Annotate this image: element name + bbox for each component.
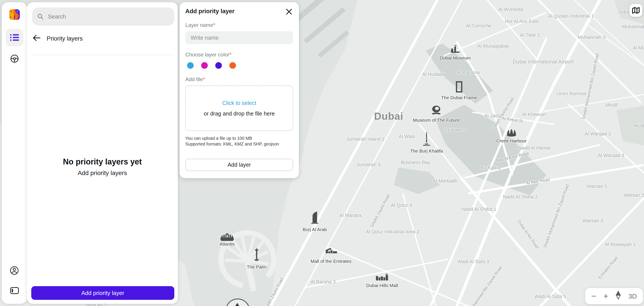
formats-note: Supported formats: KML, KMZ and SHP, geo… <box>185 141 293 147</box>
toggle-3d-button[interactable]: 3D <box>626 292 638 300</box>
map-area-label: Muhaisnah <box>622 24 644 29</box>
layer-name-label: Layer name* <box>185 22 293 28</box>
map-area-label: Warsan 1 <box>586 183 607 189</box>
map-area-label: Al Wasl <box>398 134 415 139</box>
city-label: Dubai <box>374 110 404 122</box>
add-file-label: Add file* <box>185 76 293 82</box>
map-road-label: Sheikh Zayed Road <box>369 193 391 228</box>
map-area-label: Wadi Al Safa 5 <box>534 294 566 299</box>
rail-bottom <box>6 261 23 299</box>
map-area-label: Za'abeel 2 <box>444 127 466 132</box>
user-circle-icon <box>10 266 19 275</box>
map-area-label: Al Muraqqabat <box>477 43 509 49</box>
map-area-label: Nadd Al Shiba 1 <box>462 206 496 212</box>
empty-state-title: No priority layers yet <box>27 158 178 167</box>
back-button[interactable] <box>33 35 40 42</box>
color-swatch-2[interactable] <box>201 62 208 69</box>
file-dropzone[interactable]: Click to select or drag and drop the fil… <box>185 86 293 131</box>
search-box[interactable] <box>32 8 174 26</box>
app-window: Al WuheidaHor Al Anz EastAl Qusais Indus… <box>0 0 644 306</box>
sidebar-toggle-icon <box>10 287 19 294</box>
map-area-label: Al Kheeran <box>522 111 546 117</box>
landmark-label: Dubai Hills Mall <box>366 283 398 288</box>
layer-name-input[interactable] <box>185 31 293 44</box>
map-area-label: Hor Al Anz East <box>505 19 538 24</box>
landmark-label: Mall of the Emirates <box>310 258 352 264</box>
map-area-label: Al Corniche <box>466 23 491 28</box>
road-line <box>452 176 511 306</box>
landmark-icon-fort <box>450 45 460 55</box>
landmark-label: The Burj Khalifa <box>410 148 443 154</box>
steering-wheel-icon <box>10 54 19 63</box>
panel-title: Priority layers <box>47 35 83 42</box>
map-area-label: Dubai International Airport <box>512 59 574 65</box>
map-fold-icon <box>632 7 640 14</box>
click-to-select-link[interactable]: Click to select <box>222 100 256 106</box>
map-area-label: Mushrif <box>634 123 644 128</box>
map-area-label: Muhaisnah 3 <box>578 34 606 40</box>
map-area-label: Al Rowaiyah 1 <box>605 242 636 247</box>
map-area-label: Jumeirah 3 <box>356 162 380 167</box>
required-asterisk: * <box>229 52 231 58</box>
size-note: You can upload a file up to 100 MB <box>185 135 293 141</box>
modal-title: Add priority layer <box>185 8 293 15</box>
arrow-left-icon <box>33 35 40 41</box>
app-logo[interactable] <box>9 9 20 20</box>
zoom-out-button[interactable]: − <box>590 291 598 301</box>
search-input[interactable] <box>47 13 169 20</box>
map-area-label: Al Qouz 4 <box>391 202 412 208</box>
map-area-label: Al Twar 1 <box>520 32 540 38</box>
color-swatch-4[interactable] <box>229 62 236 69</box>
map-style-button[interactable] <box>630 4 642 17</box>
road-line <box>402 193 436 306</box>
priority-layers-panel: Priority layers No priority layers yet A… <box>27 2 178 304</box>
zoom-in-button[interactable]: + <box>602 291 610 301</box>
rail-nav <box>6 29 23 67</box>
add-layer-modal: Add priority layer Layer name* Choose la… <box>180 2 299 178</box>
map-area-label: Al Wuheida <box>498 7 523 12</box>
close-icon <box>286 9 292 15</box>
landmark-label: Burj Al Arab <box>303 227 327 232</box>
landmark-icon-needle <box>422 132 430 148</box>
required-asterisk: * <box>213 22 215 28</box>
map-area-label: Nadd Al Shiba 2 <box>503 194 538 199</box>
map-area-label: Bu Kadra <box>480 165 500 170</box>
empty-state: No priority layers yet Add priority laye… <box>27 158 178 176</box>
map-area-label: Warsan 4 <box>582 218 603 223</box>
map-area-label: Al Barsha 3 <box>310 279 336 284</box>
panel-header: Priority layers <box>33 35 83 42</box>
add-priority-layer-button[interactable]: Add priority layer <box>31 286 174 300</box>
map-road-label: Sheikh Mohammed Bin Zayed Road <box>460 265 503 306</box>
landmark-icon-mall2 <box>376 273 388 282</box>
color-swatch-3[interactable] <box>215 62 222 69</box>
map-area-label: Al Warqaa 2 <box>584 131 611 136</box>
map-area-label: Business Bay <box>401 160 430 165</box>
add-layer-submit-button[interactable]: Add layer <box>185 159 293 171</box>
landmark-label: Atlantis <box>220 241 235 246</box>
landmark-label: The Dubai Frame <box>441 95 477 100</box>
rail-item-drive[interactable] <box>6 50 23 67</box>
close-button[interactable] <box>285 8 293 16</box>
list-icon <box>10 34 19 41</box>
map-road-label: Dubai Al Ain Road <box>516 219 540 249</box>
color-swatch-row <box>185 62 293 69</box>
landmark-label: Dubai Museum <box>440 55 470 60</box>
collapse-sidebar-button[interactable] <box>6 282 23 299</box>
color-swatch-1[interactable] <box>187 62 194 69</box>
map-area-label: Al Karama <box>457 70 480 75</box>
icon-rail <box>2 2 27 304</box>
divider <box>31 55 174 55</box>
layer-color-label: Choose layer color* <box>185 52 293 58</box>
drag-drop-text: or drag and drop the file here <box>204 110 275 117</box>
map-area-label: Al Merkadh <box>433 178 457 183</box>
rail-item-priority-layers[interactable] <box>6 29 23 46</box>
landmark-label: Creek Harbour <box>496 138 527 143</box>
compass-icon <box>616 290 621 299</box>
map-area-label: Mirdif <box>606 102 617 108</box>
account-button[interactable] <box>6 261 23 279</box>
map-area-label: Al Hudaiba <box>422 71 446 77</box>
compass-button[interactable] <box>614 290 623 301</box>
required-asterisk: * <box>203 76 205 82</box>
landmark-icon-palmtower <box>254 248 259 263</box>
empty-state-subtitle: Add priority layers <box>27 169 178 176</box>
